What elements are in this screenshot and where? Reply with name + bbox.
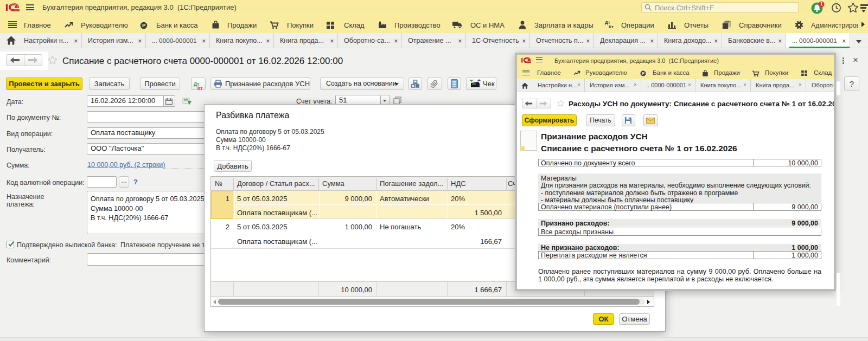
svg-text:1: 1	[820, 1, 823, 7]
svg-text:P: P	[642, 71, 644, 76]
svg-text:P: P	[142, 22, 146, 28]
